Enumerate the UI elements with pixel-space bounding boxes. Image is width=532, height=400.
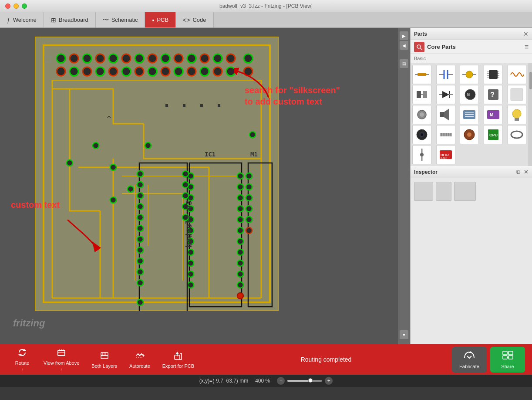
- part-empty1[interactable]: [507, 85, 526, 104]
- svg-point-51: [237, 184, 243, 190]
- svg-rect-34: [165, 104, 168, 107]
- tab-pcb[interactable]: ▪ PCB: [145, 12, 176, 27]
- autoroute-button[interactable]: Autoroute: [123, 349, 156, 370]
- parts-scrollbar[interactable]: [529, 63, 532, 166]
- part-sensor[interactable]: [412, 125, 431, 144]
- part-rfid[interactable]: RFIDID12: [436, 145, 455, 164]
- side-btn-expand[interactable]: ▶: [400, 31, 408, 40]
- part-motor[interactable]: M: [484, 105, 503, 124]
- view-from-above-label: View from Above: [44, 360, 79, 366]
- part-inductor[interactable]: [507, 65, 526, 84]
- svg-rect-120: [417, 91, 421, 98]
- fabricate-icon: [464, 350, 475, 362]
- svg-point-155: [467, 132, 471, 137]
- svg-point-47: [188, 260, 194, 266]
- svg-point-15: [226, 54, 235, 63]
- parts-close-button[interactable]: ✕: [523, 31, 529, 37]
- part-capacitor[interactable]: [436, 65, 455, 84]
- inspector-detach-icon[interactable]: ⧉: [516, 169, 520, 176]
- side-btn-down[interactable]: ▼: [400, 330, 408, 339]
- svg-rect-166: [58, 350, 65, 356]
- tab-breadboard-label: Breadboard: [59, 17, 88, 23]
- parts-panel-header: Parts ✕: [411, 28, 532, 40]
- side-btn-back[interactable]: ◀: [400, 41, 408, 50]
- titlebar-title: badwolf_v3_3.fzz - Fritzing - [PCB View]: [219, 3, 313, 9]
- zoom-out-button[interactable]: −: [277, 377, 285, 385]
- minimize-button[interactable]: [13, 3, 19, 9]
- svg-rect-37: [218, 104, 220, 107]
- part-cpu[interactable]: CPU: [484, 125, 503, 144]
- inspector-swatch-3: [454, 182, 476, 201]
- part-led[interactable]: [460, 65, 479, 84]
- svg-point-84: [182, 171, 189, 177]
- zoom-controls: − +: [277, 377, 333, 385]
- part-connector[interactable]: [412, 85, 431, 104]
- arrow-1: [234, 67, 286, 102]
- zoom-slider[interactable]: [287, 380, 322, 382]
- parts-basic-label: Basic: [411, 54, 532, 63]
- svg-text:IC1: IC1: [205, 151, 215, 158]
- parts-menu-button[interactable]: ≡: [525, 43, 529, 51]
- share-label: Share: [501, 364, 514, 369]
- breadboard-icon: ⊞: [51, 17, 56, 24]
- tab-schematic[interactable]: 〜 Schematic: [96, 12, 145, 27]
- inspector-panel: Inspector ⧉ ✕: [411, 166, 532, 344]
- svg-point-61: [237, 293, 243, 299]
- svg-point-57: [237, 249, 243, 255]
- export-pcb-button[interactable]: Export for PCB: [156, 349, 200, 370]
- side-controls: ▶ ◀ ▤ ▼: [398, 28, 410, 344]
- svg-point-7: [122, 54, 131, 63]
- tab-breadboard[interactable]: ⊞ Breadboard: [44, 12, 96, 27]
- both-layers-button[interactable]: Both Layers: [85, 349, 123, 370]
- parts-scroll-thumb[interactable]: [529, 72, 532, 89]
- svg-point-53: [237, 206, 243, 212]
- rotate-icon: [17, 348, 27, 359]
- parts-search-button[interactable]: [414, 42, 424, 52]
- share-button[interactable]: Share: [490, 347, 525, 373]
- svg-point-65: [246, 173, 252, 179]
- view-from-above-button[interactable]: View from Above ↓: [37, 346, 85, 373]
- svg-point-13: [200, 54, 209, 63]
- part-diode[interactable]: [436, 85, 455, 104]
- svg-text:^: ^: [107, 114, 111, 123]
- svg-point-6: [109, 54, 118, 63]
- export-label: Export for PCB: [162, 363, 194, 369]
- svg-point-66: [246, 184, 252, 190]
- part-relay[interactable]: [460, 105, 479, 124]
- svg-point-67: [246, 195, 252, 201]
- side-btn-chart[interactable]: ▤: [400, 59, 408, 68]
- svg-point-10: [161, 54, 170, 63]
- canvas-area[interactable]: ^: [0, 28, 410, 344]
- part-resistor[interactable]: [412, 65, 431, 84]
- close-button[interactable]: [5, 3, 10, 9]
- part-ring[interactable]: [507, 125, 526, 144]
- inspector-close-button[interactable]: ✕: [524, 169, 529, 176]
- tab-code-label: Code: [192, 17, 206, 23]
- svg-point-74: [137, 193, 143, 199]
- svg-text:ID12: ID12: [441, 156, 447, 159]
- svg-point-20: [96, 67, 104, 76]
- svg-text:badwolf v3: badwolf v3: [184, 200, 193, 247]
- tab-code[interactable]: <> Code: [176, 12, 213, 27]
- zoom-slider-thumb[interactable]: [308, 378, 313, 383]
- rotate-button[interactable]: Rotate ↓: [7, 346, 37, 373]
- svg-rect-171: [101, 353, 108, 356]
- svg-point-92: [249, 132, 256, 138]
- part-lamp[interactable]: [507, 105, 526, 124]
- part-mystery[interactable]: ?: [484, 85, 503, 104]
- svg-rect-143: [515, 118, 519, 121]
- svg-point-4: [83, 54, 91, 63]
- part-strip[interactable]: [436, 125, 455, 144]
- svg-rect-184: [508, 356, 513, 359]
- part-speaker[interactable]: [436, 105, 455, 124]
- part-pot[interactable]: [460, 125, 479, 144]
- part-ic[interactable]: [484, 65, 503, 84]
- svg-point-80: [137, 258, 143, 264]
- part-button[interactable]: [412, 105, 431, 124]
- part-transistor[interactable]: N: [460, 85, 479, 104]
- tab-welcome[interactable]: ƒ Welcome: [0, 12, 44, 27]
- part-pin[interactable]: [412, 145, 431, 164]
- zoom-in-button[interactable]: +: [325, 377, 333, 385]
- maximize-button[interactable]: [22, 3, 27, 9]
- fabricate-button[interactable]: Fabricate: [452, 347, 487, 373]
